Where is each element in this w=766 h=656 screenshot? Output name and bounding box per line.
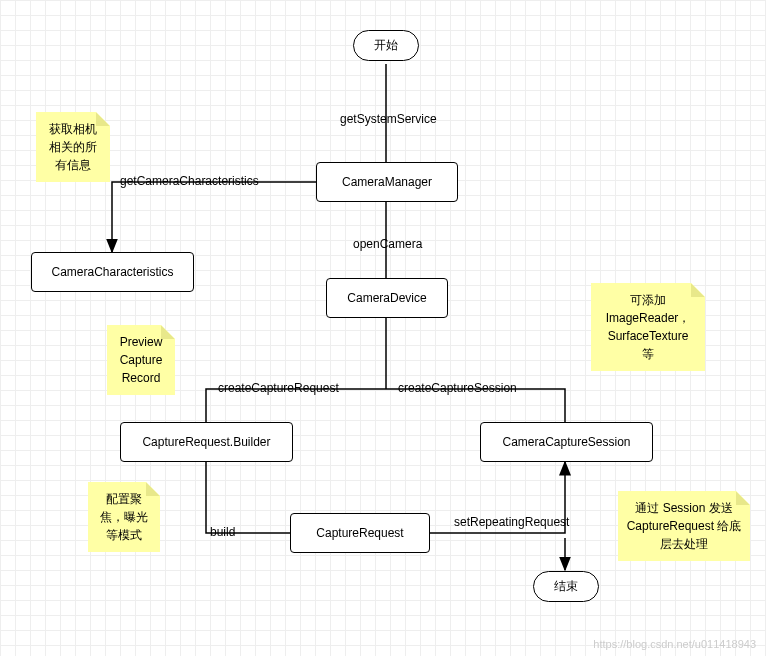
node-builder-label: CaptureRequest.Builder [142,435,270,449]
node-request-label: CaptureRequest [316,526,403,540]
edge-build: build [210,525,235,539]
node-camera-capture-session: CameraCaptureSession [480,422,653,462]
note-preview-capture-record: Preview Capture Record [107,325,175,395]
edge-createCaptureSession: createCaptureSession [398,381,517,395]
note-camera-info: 获取相机相关的所有信息 [36,112,110,182]
note-focus-text: 配置聚焦，曝光等模式 [100,492,148,542]
node-manager-label: CameraManager [342,175,432,189]
note-surface: 可添加 ImageReader， SurfaceTexture 等 [591,283,705,371]
note-session-text: 通过 Session 发送 CaptureRequest 给底层去处理 [627,501,742,551]
node-start: 开始 [353,30,419,61]
note-camera-info-text: 获取相机相关的所有信息 [49,122,97,172]
node-camera-characteristics: CameraCharacteristics [31,252,194,292]
note-focus: 配置聚焦，曝光等模式 [88,482,160,552]
node-capture-request-builder: CaptureRequest.Builder [120,422,293,462]
edge-getCameraCharacteristics: getCameraCharacteristics [120,174,259,188]
note-pcr-text: Preview Capture Record [120,335,163,385]
node-session-label: CameraCaptureSession [502,435,630,449]
edge-openCamera: openCamera [353,237,422,251]
node-start-label: 开始 [374,37,398,54]
edge-createCaptureRequest: createCaptureRequest [218,381,339,395]
edge-setRepeatingRequest: setRepeatingRequest [454,515,569,529]
node-device-label: CameraDevice [347,291,426,305]
node-capture-request: CaptureRequest [290,513,430,553]
diagram-canvas: 开始 CameraManager CameraCharacteristics C… [0,0,766,656]
watermark: https://blog.csdn.net/u011418943 [593,638,756,650]
node-characteristics-label: CameraCharacteristics [51,265,173,279]
node-end-label: 结束 [554,578,578,595]
node-end: 结束 [533,571,599,602]
node-camera-manager: CameraManager [316,162,458,202]
note-surface-text: 可添加 ImageReader， SurfaceTexture 等 [606,293,691,361]
note-session: 通过 Session 发送 CaptureRequest 给底层去处理 [618,491,750,561]
node-camera-device: CameraDevice [326,278,448,318]
edge-getSystemService: getSystemService [340,112,437,126]
